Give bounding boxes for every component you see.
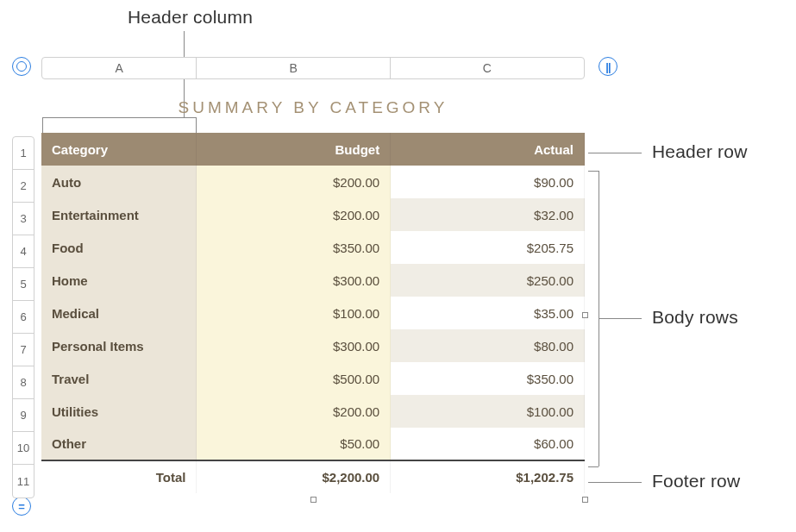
footer-cell-budget[interactable]: $2,200.00	[197, 460, 391, 493]
columns-icon: ||	[605, 60, 610, 73]
table-container: SUMMARY BY CATEGORY Category Budget Actu…	[41, 86, 585, 493]
row-header[interactable]: 5	[13, 268, 34, 301]
row-header[interactable]: 1	[13, 137, 34, 170]
annotation-footer-row: Footer row	[652, 471, 740, 491]
cell-actual[interactable]: $90.00	[391, 166, 585, 198]
row-header[interactable]: 8	[13, 366, 34, 399]
cell-actual[interactable]: $35.00	[391, 297, 585, 329]
cell-category[interactable]: Entertainment	[41, 198, 197, 231]
resize-handle[interactable]	[582, 497, 588, 503]
cell-budget[interactable]: $200.00	[197, 198, 391, 231]
column-header-b[interactable]: B	[197, 58, 390, 78]
cell-category[interactable]: Utilities	[41, 395, 197, 428]
cell-budget[interactable]: $350.00	[197, 231, 391, 264]
row-header[interactable]: 2	[13, 170, 34, 203]
row-header[interactable]: 4	[13, 235, 34, 268]
cell-budget[interactable]: $300.00	[197, 264, 391, 297]
cell-actual[interactable]: $80.00	[391, 329, 585, 362]
row-header[interactable]: 10	[13, 432, 34, 465]
table-row: Home $300.00 $250.00	[41, 264, 585, 297]
callout-line	[599, 318, 642, 319]
cell-actual[interactable]: $60.00	[391, 428, 585, 460]
table-row: Other $50.00 $60.00	[41, 428, 585, 460]
footer-cell-label[interactable]: Total	[41, 460, 197, 493]
table-row: Entertainment $200.00 $32.00	[41, 198, 585, 231]
cell-budget[interactable]: $200.00	[197, 166, 391, 198]
annotation-body-rows: Body rows	[652, 307, 738, 328]
row-header-strip: 1 2 3 4 5 6 7 8 9 10 11	[12, 136, 34, 498]
cell-budget[interactable]: $200.00	[197, 395, 391, 428]
column-header-strip: A B C	[41, 57, 585, 79]
callout-line	[588, 482, 642, 483]
row-header[interactable]: 6	[13, 301, 34, 334]
select-all-handle[interactable]	[12, 57, 31, 76]
cell-category[interactable]: Food	[41, 231, 197, 264]
summary-table: Category Budget Actual Auto $200.00 $90.…	[41, 133, 585, 493]
cell-budget[interactable]: $50.00	[197, 428, 391, 460]
resize-handle[interactable]	[582, 312, 588, 318]
cell-category[interactable]: Home	[41, 264, 197, 297]
header-cell-category[interactable]: Category	[41, 133, 197, 166]
table-title[interactable]: SUMMARY BY CATEGORY	[41, 86, 585, 133]
column-header-a[interactable]: A	[42, 58, 197, 78]
table-row: Personal Items $300.00 $80.00	[41, 329, 585, 362]
add-column-handle[interactable]: ||	[599, 57, 617, 76]
table-row: Utilities $200.00 $100.00	[41, 395, 585, 428]
cell-category[interactable]: Personal Items	[41, 329, 197, 362]
cell-category[interactable]: Travel	[41, 362, 197, 395]
table-row: Travel $500.00 $350.00	[41, 362, 585, 395]
annotation-header-row: Header row	[652, 141, 748, 162]
cell-category[interactable]: Auto	[41, 166, 197, 198]
cell-actual[interactable]: $250.00	[391, 264, 585, 297]
callout-line	[588, 466, 599, 467]
row-header[interactable]: 11	[13, 465, 34, 498]
table-footer-row: Total $2,200.00 $1,202.75	[41, 460, 585, 493]
cell-category[interactable]: Other	[41, 428, 197, 460]
circle-icon	[16, 61, 27, 72]
callout-line	[588, 153, 642, 153]
add-row-handle[interactable]: =	[12, 497, 31, 516]
row-header[interactable]: 7	[13, 334, 34, 366]
annotation-header-column: Header column	[128, 7, 253, 28]
table-row: Auto $200.00 $90.00	[41, 166, 585, 198]
cell-budget[interactable]: $500.00	[197, 362, 391, 395]
header-cell-budget[interactable]: Budget	[197, 133, 391, 166]
cell-actual[interactable]: $32.00	[391, 198, 585, 231]
cell-actual[interactable]: $100.00	[391, 395, 585, 428]
table-row: Food $350.00 $205.75	[41, 231, 585, 264]
cell-category[interactable]: Medical	[41, 297, 197, 329]
row-header[interactable]: 3	[13, 203, 34, 235]
resize-handle[interactable]	[310, 497, 317, 503]
header-cell-actual[interactable]: Actual	[391, 133, 585, 166]
row-header[interactable]: 9	[13, 399, 34, 432]
cell-actual[interactable]: $350.00	[391, 362, 585, 395]
footer-cell-actual[interactable]: $1,202.75	[391, 460, 585, 493]
column-header-c[interactable]: C	[391, 58, 584, 78]
cell-budget[interactable]: $300.00	[197, 329, 391, 362]
cell-budget[interactable]: $100.00	[197, 297, 391, 329]
table-header-row: Category Budget Actual	[41, 133, 585, 166]
table-row: Medical $100.00 $35.00	[41, 297, 585, 329]
cell-actual[interactable]: $205.75	[391, 231, 585, 264]
rows-icon: =	[18, 500, 25, 513]
callout-line	[588, 171, 599, 172]
